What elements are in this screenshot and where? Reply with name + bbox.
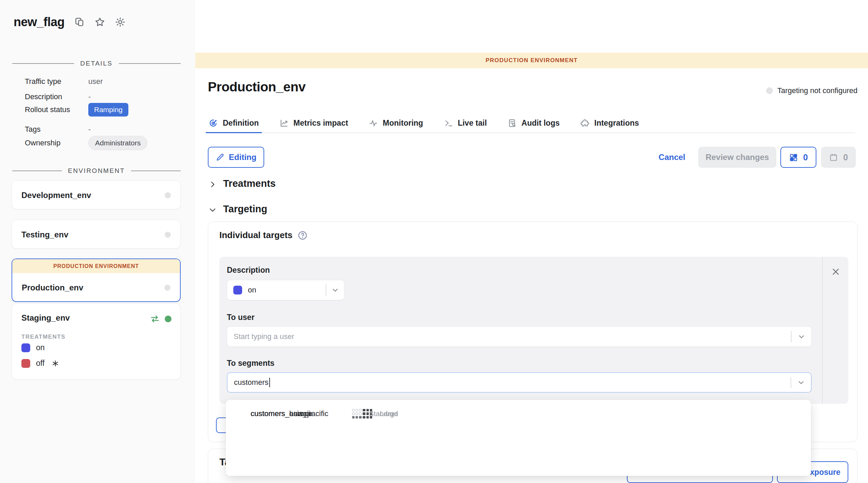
sync-arrows-icon: [150, 314, 160, 324]
chart-icon: [279, 119, 289, 128]
scheduled-changes-button[interactable]: 0: [821, 147, 856, 168]
tab-label: Definition: [223, 119, 259, 128]
changes-count: 0: [803, 153, 808, 162]
treatment-row-on: on: [21, 343, 45, 352]
chevron-down-icon[interactable]: [797, 333, 806, 341]
tab-definition[interactable]: Definition: [208, 113, 260, 132]
definition-target-icon: [209, 119, 218, 128]
tab-metrics-impact[interactable]: Metrics impact: [278, 113, 349, 132]
details-divider: DETAILS: [12, 60, 181, 67]
status-dot: [766, 87, 773, 94]
targeting-status: Targeting not configured: [766, 86, 857, 95]
treatment-off-label: off: [36, 359, 44, 368]
divider-line: [119, 63, 181, 64]
rollout-status-badge: Ramping: [88, 103, 128, 117]
close-icon[interactable]: [831, 267, 840, 276]
grid-icon: [789, 153, 798, 162]
treatment-on-swatch: [21, 343, 30, 352]
env-card-testing[interactable]: Testing_env: [12, 220, 181, 249]
gear-icon[interactable]: [115, 17, 126, 28]
tab-integrations[interactable]: Integrations: [579, 113, 640, 132]
treatment-select-value: on: [248, 286, 256, 294]
input-divider: [791, 377, 791, 388]
env-status-dot: [165, 192, 171, 198]
flag-header: new_flag: [14, 15, 126, 29]
cancel-link[interactable]: Cancel: [658, 153, 685, 162]
env-name: Development_env: [21, 191, 91, 200]
staging-status-icons: [150, 314, 171, 324]
help-icon[interactable]: [297, 230, 308, 240]
env-name: Testing_env: [21, 230, 68, 239]
default-treatment-asterisk-icon: [52, 360, 59, 367]
tab-label: Integrations: [594, 119, 639, 128]
flag-title: new_flag: [14, 15, 65, 29]
editing-button[interactable]: Editing: [208, 147, 264, 168]
to-segments-label: To segments: [227, 359, 274, 368]
segment-option-hawaii[interactable]: customers_hawaii Standard: [241, 402, 408, 426]
main-content: PRODUCTION ENVIRONMENT Production_env Ta…: [195, 0, 868, 483]
tab-audit-logs[interactable]: Audit logs: [507, 113, 561, 132]
pencil-icon: [216, 153, 224, 162]
toolbar-right-group: Cancel Review changes 0 0: [658, 147, 856, 168]
treatment-off-swatch: [21, 359, 30, 368]
treatments-section-header[interactable]: Treatments: [209, 178, 276, 189]
to-user-label: To user: [227, 313, 254, 322]
editing-label: Editing: [229, 153, 256, 162]
star-icon[interactable]: [94, 17, 105, 28]
env-card-development[interactable]: Development_env: [12, 180, 181, 209]
to-user-placeholder: Start typing a user: [234, 332, 294, 341]
changes-summary-button[interactable]: 0: [780, 147, 816, 168]
production-env-banner: PRODUCTION ENVIRONMENT: [12, 259, 180, 273]
details-heading: DETAILS: [80, 60, 112, 67]
chevron-down-icon[interactable]: [797, 378, 805, 387]
terminal-icon: [444, 119, 453, 128]
env-card-production[interactable]: PRODUCTION ENVIRONMENT Production_env: [12, 258, 181, 302]
env-status-dot: [164, 285, 170, 291]
treatment-on-label: on: [36, 343, 45, 352]
environment-divider: ENVIRONMENT: [12, 167, 181, 175]
treatment-row-off: off: [21, 359, 59, 368]
individual-targets-title: Individual targets: [219, 230, 292, 240]
detail-row-ownership: Ownership Administrators: [15, 131, 182, 155]
standard-segment-grid-icon: [352, 409, 362, 418]
targeting-section-header[interactable]: Targeting: [209, 203, 267, 215]
page-title: Production_env: [208, 79, 306, 94]
segment-name: customers_hawaii: [251, 409, 310, 418]
environment-heading: ENVIRONMENT: [68, 167, 125, 175]
copy-icon[interactable]: [74, 17, 85, 28]
ownership-label: Ownership: [25, 139, 88, 147]
app-screen: new_flag DETAILS Traffic type user Descr…: [0, 0, 868, 483]
ownership-pill[interactable]: Administrators: [88, 136, 147, 150]
divider-line: [12, 63, 74, 64]
audit-document-icon: [508, 119, 517, 128]
treatments-section-label: Treatments: [223, 178, 276, 189]
chevron-down-icon: [209, 205, 217, 213]
tab-label: Metrics impact: [293, 119, 348, 128]
rollout-status-label: Rollout status: [25, 105, 88, 114]
env-card-staging[interactable]: Staging_env TREATMENTS on off: [12, 303, 181, 380]
tab-bar: Definition Metrics impact Monitoring Liv…: [208, 113, 855, 133]
divider-line: [131, 171, 181, 171]
individual-targets-title-row: Individual targets: [219, 230, 308, 240]
pulse-icon: [369, 119, 378, 128]
tab-monitoring[interactable]: Monitoring: [368, 113, 424, 132]
scheduled-count: 0: [843, 153, 848, 162]
sidebar: new_flag DETAILS Traffic type user Descr…: [0, 0, 195, 483]
production-environment-banner: PRODUCTION ENVIRONMENT: [195, 53, 868, 68]
chevron-right-icon: [209, 180, 217, 188]
to-segments-input[interactable]: customers: [227, 372, 812, 393]
text-caret: [269, 378, 270, 387]
chevron-down-icon: [331, 286, 339, 294]
description-field-label: Description: [227, 266, 270, 275]
treatment-select[interactable]: on: [227, 280, 344, 300]
target-rule-close-column: [822, 257, 848, 404]
review-changes-button[interactable]: Review changes: [698, 147, 776, 168]
treatment-color-chip: [233, 286, 242, 294]
to-user-input[interactable]: Start typing a user: [227, 326, 812, 347]
active-status-dot: [165, 316, 171, 322]
tab-live-tail[interactable]: Live tail: [443, 113, 488, 132]
edit-toolbar: Editing Cancel Review changes 0 0: [208, 147, 856, 168]
divider-line: [12, 171, 62, 171]
tab-label: Monitoring: [383, 119, 423, 128]
calendar-icon: [829, 153, 838, 162]
